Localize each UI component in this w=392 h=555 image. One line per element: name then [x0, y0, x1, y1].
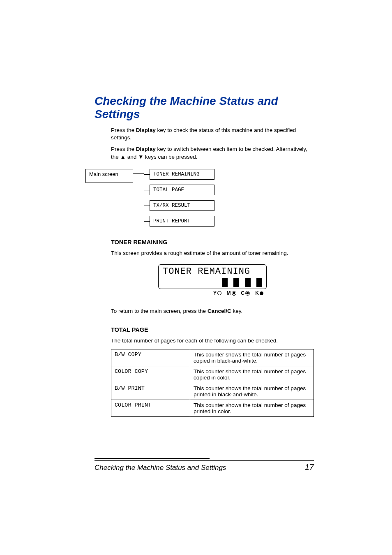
table-row: B/W PRINT This counter shows the total n… — [111, 383, 314, 400]
counter-table: B/W COPY This counter shows the total nu… — [111, 349, 314, 417]
intro-paragraph-2: Press the Display key to switch between … — [111, 146, 314, 160]
counter-label: B/W COPY — [111, 349, 190, 366]
page-heading: Checking the Machine Status and Settings — [95, 95, 314, 121]
menu-item-box: TONER REMAINING — [150, 169, 214, 180]
footer-rule-thick — [95, 458, 210, 459]
toner-bar-icon — [245, 278, 251, 287]
table-row: COLOR COPY This counter shows the total … — [111, 366, 314, 383]
intro-paragraph-1: Press the Display key to check the statu… — [111, 127, 314, 141]
table-row: COLOR PRINT This counter shows the total… — [111, 400, 314, 416]
lcd-figure: TONER REMAINING Y M C K — [158, 264, 267, 296]
toner-bars — [222, 278, 262, 287]
menu-item-box: PRINT REPORT — [150, 216, 214, 227]
toner-bar-icon — [222, 278, 228, 287]
toner-bar-icon — [256, 278, 262, 287]
text: Press the — [111, 127, 136, 133]
toner-label-c: C — [241, 290, 244, 296]
counter-label: COLOR PRINT — [111, 400, 190, 416]
connector-line — [133, 169, 144, 174]
toner-label-m: M — [227, 290, 231, 296]
status-dot-icon — [245, 291, 250, 296]
toner-label-y: Y — [213, 290, 217, 296]
counter-label: B/W PRINT — [111, 383, 190, 400]
toner-return-note: To return to the main screen, press the … — [111, 308, 314, 315]
toner-description: This screen provides a rough estimate of… — [111, 250, 314, 257]
section-heading-toner: TONER REMAINING — [111, 239, 314, 245]
lcd-title-text: TONER REMAINING — [163, 266, 262, 277]
toner-label-row: Y M C K — [158, 290, 267, 296]
text: key. — [231, 308, 243, 314]
text: To return to the main screen, press the — [111, 308, 208, 314]
cancel-key-ref: Cancel/C — [208, 308, 231, 314]
footer-title: Checking the Machine Status and Settings — [95, 464, 226, 472]
footer-page-number: 17 — [305, 462, 314, 472]
status-dot-icon — [217, 291, 221, 295]
toner-bar-icon — [233, 278, 239, 287]
page-footer: Checking the Machine Status and Settings… — [0, 458, 392, 488]
main-screen-box: Main screen — [85, 169, 133, 183]
status-dot-icon — [260, 291, 263, 295]
lcd-screen: TONER REMAINING — [158, 264, 267, 289]
status-dot-icon — [232, 291, 236, 296]
counter-desc: This counter shows the total number of p… — [190, 366, 314, 383]
menu-item-box: TX/RX RESULT — [150, 200, 214, 211]
display-key-ref: Display — [136, 146, 156, 152]
counter-desc: This counter shows the total number of p… — [190, 400, 314, 416]
menu-item-box: TOTAL PAGE — [150, 185, 214, 195]
table-row: B/W COPY This counter shows the total nu… — [111, 349, 314, 366]
text: Press the — [111, 146, 136, 152]
toner-label-k: K — [255, 290, 259, 296]
counter-label: COLOR COPY — [111, 366, 190, 383]
counter-desc: This counter shows the total number of p… — [190, 383, 314, 400]
display-key-ref: Display — [136, 127, 156, 133]
section-heading-total: TOTAL PAGE — [111, 326, 314, 333]
footer-rule-thin — [95, 460, 314, 461]
total-description: The total number of pages for each of th… — [111, 337, 314, 345]
counter-desc: This counter shows the total number of p… — [190, 349, 314, 366]
menu-flow-diagram: Main screen TONER REMAINING TOTAL PAGE T… — [85, 169, 314, 227]
